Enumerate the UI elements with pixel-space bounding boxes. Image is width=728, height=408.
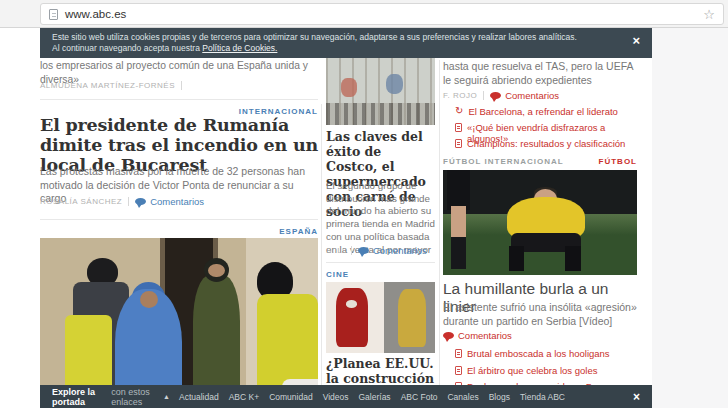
divider — [40, 99, 318, 100]
comments-link[interactable]: Comentarios — [443, 330, 512, 341]
column-divider — [321, 104, 322, 385]
article-doc-icon — [455, 123, 462, 132]
divider — [483, 91, 484, 100]
link-label[interactable]: Brutal emboscada a los hooligans — [467, 348, 610, 359]
cookie-text-line2: Al continuar navegando acepta nuestra — [52, 43, 202, 53]
tas-article-text[interactable]: hasta que resuelva el TAS, pero la UEFA … — [443, 60, 637, 87]
link-label[interactable]: El Barcelona, a refrendar el liderato — [468, 106, 617, 117]
cookie-policy-link[interactable]: Política de Cookies. — [202, 43, 277, 53]
tas-byline-row: F. ROJO Comentarios — [443, 90, 559, 101]
related-link[interactable]: ↻ El Barcelona, a refrendar el liderato — [455, 106, 637, 117]
cepyme-byline-row: ALMUDENA MARTÍNEZ-FORNÉS — [40, 81, 182, 90]
footer-item-videos[interactable]: Videos — [323, 392, 349, 402]
photo-shape — [346, 300, 357, 307]
footer-links-bar: Explore la portada con estos enlaces ▲ A… — [40, 385, 652, 408]
divider — [326, 262, 435, 263]
column-divider — [439, 60, 440, 385]
cookie-close-icon[interactable]: × — [632, 34, 640, 47]
arrest-news-photo[interactable] — [40, 238, 318, 408]
footer-item-canales[interactable]: Canales — [447, 392, 478, 402]
divider — [128, 197, 129, 206]
divider — [40, 219, 318, 220]
divider — [181, 81, 182, 90]
article-doc-icon — [455, 139, 462, 148]
related-link[interactable]: El árbitro que celebra los goles — [455, 365, 637, 376]
page-favicon-icon — [49, 9, 58, 20]
photo-shape — [398, 289, 426, 347]
footer-item-abc-foto[interactable]: ABC Foto — [401, 392, 438, 402]
photo-shape — [386, 74, 403, 94]
photo-shape — [451, 237, 467, 269]
photo-shape — [565, 246, 581, 271]
author-name: F. ROJO — [443, 91, 477, 100]
main-byline-row: ROSALÍA SÁNCHEZ Comentarios — [40, 196, 204, 207]
comments-label[interactable]: Comentarios — [505, 90, 559, 101]
comment-bubble-icon — [490, 92, 501, 99]
costco-byline-row: S. L. Comentarios — [326, 245, 427, 256]
comments-label[interactable]: Comentarios — [150, 196, 204, 207]
cine-news-photo[interactable] — [326, 282, 435, 353]
author-name: ALMUDENA MARTÍNEZ-FORNÉS — [40, 81, 175, 90]
link-label[interactable]: Champions: resultados y clasificación — [467, 138, 625, 149]
footer-item-galerias[interactable]: Galerías — [359, 392, 391, 402]
related-link[interactable]: Champions: resultados y clasificación — [455, 138, 637, 149]
section-label-cine[interactable]: CINE — [326, 270, 349, 279]
comments-label[interactable]: Comentarios — [458, 330, 512, 341]
linesman-body: El asistente sufrió una insólita «agresi… — [443, 301, 637, 328]
author-name: S. L. — [326, 246, 345, 255]
author-name: ROSALÍA SÁNCHEZ — [40, 197, 122, 206]
photo-shape — [336, 288, 369, 348]
photo-shape — [140, 291, 158, 308]
refresh-icon: ↻ — [455, 106, 463, 116]
photo-shape — [341, 78, 356, 97]
comment-bubble-icon — [443, 332, 454, 339]
scroll-top-arrow-icon[interactable]: ▲ — [163, 393, 170, 400]
comment-bubble-icon — [358, 247, 369, 254]
link-label[interactable]: El árbitro que celebra los goles — [467, 365, 597, 376]
photo-shape — [326, 103, 435, 125]
footer-lead-bold: Explore la portada — [52, 387, 108, 407]
footer-item-abc-k[interactable]: ABC K+ — [229, 392, 259, 402]
footer-close-icon[interactable]: × — [633, 390, 640, 404]
article-doc-icon — [455, 366, 462, 375]
photo-shape — [451, 206, 467, 242]
footer-item-tienda-abc[interactable]: Tienda ABC — [520, 392, 565, 402]
cookie-text-line1: Este sitio web utiliza cookies propias y… — [52, 32, 577, 42]
photo-shape — [509, 246, 525, 271]
article-doc-icon — [455, 349, 462, 358]
url-text[interactable]: www.abc.es — [65, 8, 126, 20]
section-label-espana[interactable]: ESPAÑA — [40, 227, 318, 236]
linesman-news-photo[interactable] — [443, 170, 637, 275]
address-bar[interactable]: www.abc.es ☆ — [40, 3, 724, 25]
divider — [351, 246, 352, 255]
footer-lead-rest: con estos enlaces — [111, 387, 163, 407]
comments-label[interactable]: Comentarios — [373, 245, 427, 256]
comments-link[interactable]: Comentarios — [135, 196, 204, 207]
bookmark-star-icon[interactable]: ☆ — [703, 8, 715, 21]
footer-item-actualidad[interactable]: Actualidad — [179, 392, 219, 402]
browser-chrome: www.abc.es ☆ — [0, 0, 728, 28]
browser-window: www.abc.es ☆ El presidente de Cepyme ofr… — [0, 0, 728, 408]
photo-shape — [447, 170, 470, 210]
footer-item-comunidad[interactable]: Comunidad — [269, 392, 312, 402]
comment-bubble-icon — [135, 198, 146, 205]
comments-link[interactable]: Comentarios — [358, 245, 427, 256]
cookie-banner: Este sitio web utiliza cookies propias y… — [40, 28, 652, 58]
comments-link[interactable]: Comentarios — [490, 90, 559, 101]
related-link[interactable]: Brutal emboscada a los hooligans — [455, 348, 637, 359]
footer-item-blogs[interactable]: Blogs — [489, 392, 510, 402]
photo-shape — [208, 264, 225, 278]
section-label-futbol[interactable]: FÚTBOL — [443, 157, 637, 166]
